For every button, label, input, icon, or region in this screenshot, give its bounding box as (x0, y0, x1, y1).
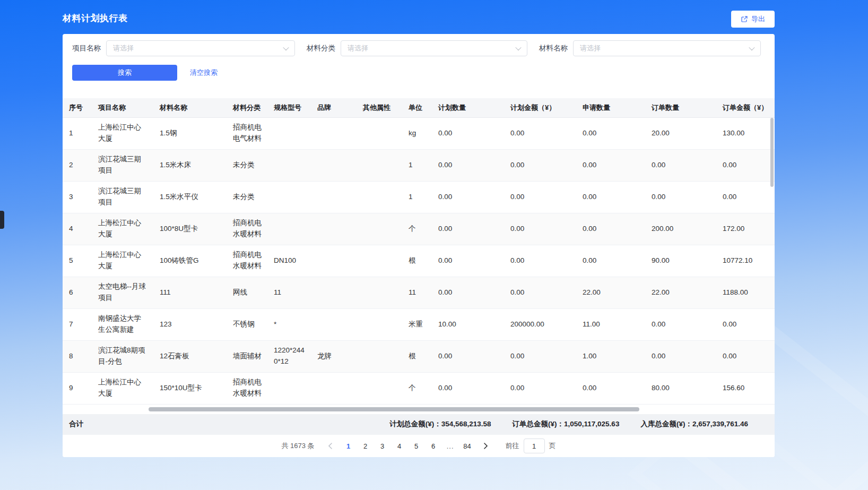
table-cell: 滨江花城8期项目-分包 (92, 340, 153, 372)
materials-table-wrap: 序号项目名称材料名称材料分类规格型号品牌其他属性单位计划数量计划金额（¥）申请数… (63, 98, 775, 405)
page-button-4[interactable]: 4 (392, 439, 407, 453)
table-cell: 6 (63, 277, 92, 308)
table-cell: 0.00 (432, 372, 504, 404)
table-cell (311, 213, 357, 245)
column-header: 计划数量 (432, 98, 504, 117)
table-cell: 0.00 (432, 340, 504, 372)
column-header: 序号 (63, 98, 92, 117)
table-cell (311, 372, 357, 404)
table-cell: 太空电梯--月球项目 (92, 277, 153, 308)
inbound-total-label: 入库总金额(¥)： (640, 420, 692, 428)
page-button-3[interactable]: 3 (375, 439, 390, 453)
clear-search-link[interactable]: 清空搜索 (190, 68, 218, 78)
filter-field-material-name: 材料名称 请选择 (539, 40, 761, 56)
previous-page-button[interactable] (323, 439, 338, 453)
table-cell: 滨江花城三期项目 (92, 149, 153, 181)
table-cell (267, 117, 311, 149)
table-cell: 10772.10 (716, 245, 775, 277)
table-cell: 156.60 (716, 372, 775, 404)
pagination-total-count: 共 1673 条 (281, 441, 314, 451)
table-cell: 南钢盛达大学生公寓新建 (92, 308, 153, 340)
export-button[interactable]: 导出 (731, 11, 775, 28)
material-category-label: 材料分类 (307, 44, 335, 53)
project-name-select[interactable]: 请选择 (106, 40, 295, 56)
table-cell: 滨江花城三期项目 (92, 181, 153, 213)
table-cell: 0.00 (576, 245, 645, 277)
table-cell (357, 277, 402, 308)
table-cell: 1188.00 (716, 277, 775, 308)
table-cell: 10.00 (432, 308, 504, 340)
table-cell (311, 277, 357, 308)
material-category-select[interactable]: 请选择 (341, 40, 527, 56)
table-body: 1上海松江中心大厦1.5钢招商机电电气材料kg0.000.000.0020.00… (63, 117, 775, 404)
table-cell: 0.00 (504, 181, 576, 213)
order-total-amount: 订单总金额(¥)：1,050,117,025.63 (513, 419, 620, 429)
column-header: 订单金额（¥） (716, 98, 775, 117)
next-page-button[interactable] (478, 439, 493, 453)
table-cell: 0.00 (504, 149, 576, 181)
page-button-6[interactable]: 6 (426, 439, 441, 453)
table-cell: 1220*2440*12 (267, 340, 311, 372)
side-drawer-handle[interactable] (0, 211, 4, 229)
page-button-5[interactable]: 5 (409, 439, 424, 453)
table-cell: 0.00 (576, 372, 645, 404)
table-cell: 0.00 (504, 340, 576, 372)
table-cell: 未分类 (227, 181, 267, 213)
table-cell: 根 (402, 340, 432, 372)
table-cell: 7 (63, 308, 92, 340)
page-button-2[interactable]: 2 (358, 439, 373, 453)
summary-label: 合计 (69, 419, 83, 429)
table-cell: 9 (63, 372, 92, 404)
filter-field-material-category: 材料分类 请选择 (307, 40, 527, 56)
table-cell: 米重 (402, 308, 432, 340)
table-cell: 1.5米木床 (153, 149, 227, 181)
table-cell: 172.00 (716, 213, 775, 245)
inbound-total-amount: 入库总金额(¥)：2,657,339,761.46 (640, 419, 748, 429)
table-cell: 招商机电电气材料 (227, 117, 267, 149)
page-button-84[interactable]: 84 (460, 439, 475, 453)
table-cell (311, 117, 357, 149)
table-cell: 上海松江中心大厦 (92, 372, 153, 404)
table-cell (267, 149, 311, 181)
table-cell: 1 (402, 149, 432, 181)
table-cell: 个 (402, 372, 432, 404)
table-cell (357, 340, 402, 372)
page-button-1[interactable]: 1 (341, 439, 356, 453)
pagination: 共 1673 条 123456...84 前往 页 (63, 435, 775, 458)
table-row: 7南钢盛达大学生公寓新建123不锈钢*米重10.00200000.0011.00… (63, 308, 775, 340)
page-title: 材料计划执行表 (63, 12, 128, 24)
table-cell: kg (402, 117, 432, 149)
pager-ellipsis[interactable]: ... (443, 439, 458, 453)
table-cell: 0.00 (645, 340, 716, 372)
table-cell (357, 372, 402, 404)
table-cell: 90.00 (645, 245, 716, 277)
table-cell: 0.00 (716, 308, 775, 340)
table-cell: * (267, 308, 311, 340)
table-cell: 0.00 (432, 213, 504, 245)
table-cell: 网线 (227, 277, 267, 308)
table-cell (357, 245, 402, 277)
page-jump-input[interactable] (524, 439, 545, 453)
table-cell (311, 245, 357, 277)
vertical-scrollbar-thumb[interactable] (770, 118, 774, 187)
table-cell: 1.00 (576, 340, 645, 372)
table-cell: 未分类 (227, 149, 267, 181)
table-cell: 根 (402, 245, 432, 277)
table-cell (357, 308, 402, 340)
horizontal-scrollbar-thumb[interactable] (149, 407, 639, 411)
table-cell (267, 213, 311, 245)
table-cell: 不锈钢 (227, 308, 267, 340)
table-cell: 0.00 (504, 213, 576, 245)
chevron-right-icon (482, 443, 489, 449)
search-button[interactable]: 搜索 (72, 65, 177, 81)
table-cell: 1.5钢 (153, 117, 227, 149)
table-cell: 0.00 (432, 117, 504, 149)
column-header: 单位 (402, 98, 432, 117)
material-category-placeholder: 请选择 (348, 44, 368, 53)
table-cell (311, 149, 357, 181)
table-cell: 0.00 (576, 149, 645, 181)
table-cell: 0.00 (432, 181, 504, 213)
content-card: 项目名称 请选择 材料分类 请选择 材料名称 请选择 (63, 34, 775, 457)
material-name-select[interactable]: 请选择 (573, 40, 761, 56)
table-cell: DN100 (267, 245, 311, 277)
